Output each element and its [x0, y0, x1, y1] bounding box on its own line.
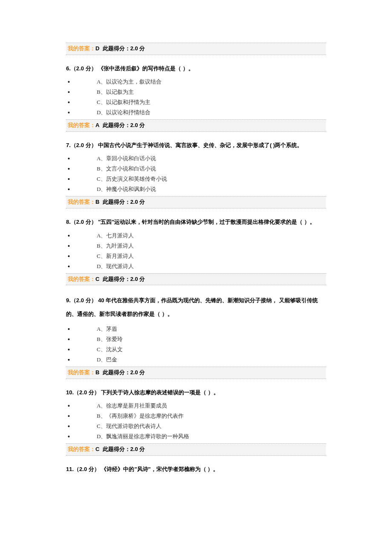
list-item: B、张爱玲: [66, 334, 326, 344]
list-item: D、现代派诗人: [66, 261, 326, 272]
answer-value: D: [95, 45, 99, 52]
score-label: 此题得分：2.0 分: [101, 122, 145, 128]
q-number: 11.: [66, 466, 74, 472]
option-text: B、文言小说和白话小说: [97, 165, 156, 173]
list-item: A、章回小说和白话小说: [66, 153, 326, 164]
question-9: 9.（2.0 分） 40 年代在雅俗共享方面，作品既为现代的、先锋的、新潮知识分…: [66, 294, 326, 320]
option-text: A、七月派诗人: [97, 232, 134, 240]
answer-row: 我的答案：B 此题得分：2.0 分: [66, 367, 326, 379]
list-item: A、以议论为主，叙议结合: [66, 77, 326, 87]
question-6: 6.（2.0 分） 《张中丞传后叙》的写作特点是（ ）。: [66, 64, 326, 73]
q-text: 《诗经》中的"风诗"，宋代学者郑樵称为（ ）。: [100, 466, 219, 472]
answer-row: 我的答案：C 此题得分：2.0 分: [66, 273, 326, 286]
option-text: A、章回小说和白话小说: [97, 155, 156, 162]
list-item: C、历史演义和英雄传奇小说: [66, 174, 326, 184]
options-list: A、七月派诗人 B、九叶派诗人 C、新月派诗人 D、现代派诗人: [66, 231, 326, 272]
options-list: A、章回小说和白话小说 B、文言小说和白话小说 C、历史演义和英雄传奇小说 D、…: [66, 153, 326, 194]
option-text: C、新月派诗人: [97, 252, 134, 260]
option-text: C、以记叙和抒情为主: [97, 98, 150, 106]
q-points: （2.0 分）: [74, 466, 100, 472]
answer-label: 我的答案：: [68, 276, 95, 282]
option-text: B、以记叙为主: [97, 88, 134, 96]
list-item: B、《再别康桥》是徐志摩的代表作: [66, 411, 326, 421]
list-item: B、文言小说和白话小说: [66, 164, 326, 174]
answer-row: 我的答案：D 此题得分：2.0 分: [66, 43, 326, 55]
list-item: A、七月派诗人: [66, 231, 326, 241]
answer-row: 我的答案：C 此题得分：2.0 分: [66, 443, 326, 456]
option-text: A、茅盾: [97, 325, 117, 333]
answer-label: 我的答案：: [68, 369, 95, 376]
list-item: C、新月派诗人: [66, 251, 326, 261]
answer-label: 我的答案：: [68, 446, 95, 452]
list-item: B、九叶派诗人: [66, 241, 326, 251]
answer-label: 我的答案：: [68, 122, 95, 128]
option-text: A、徐志摩是新月社重要成员: [97, 402, 167, 410]
q-text: "五四"运动以来，针对当时的自由体诗缺少节制，过于散漫而提出格律化要求的是（ ）…: [97, 219, 316, 225]
option-text: D、以议论和抒情结合: [97, 109, 150, 116]
list-item: D、巴金: [66, 355, 326, 365]
answer-label: 我的答案：: [68, 199, 95, 205]
answer-value: C: [95, 446, 99, 452]
score-label: 此题得分：2.0 分: [101, 276, 145, 282]
q-points: （2.0 分）: [71, 297, 97, 304]
question-7: 7.（2.0 分） 中国古代小说产生于神话传说、寓言故事、史传、杂记，发展中形成…: [66, 140, 326, 150]
option-text: C、现代派诗歌的代表诗人: [97, 422, 161, 430]
q-number: 8.: [66, 219, 71, 225]
q-text: 中国古代小说产生于神话传说、寓言故事、史传、杂记，发展中形成了( )两个系统。: [97, 142, 303, 148]
score-label: 此题得分：2.0 分: [101, 45, 145, 52]
list-item: C、以记叙和抒情为主: [66, 97, 326, 107]
q-points: （2.0 分）: [71, 65, 97, 72]
question-10: 10.（2.0 分） 下列关于诗人徐志摩的表述错误的一项是（ ）。: [66, 387, 326, 397]
answer-value: A: [95, 122, 99, 128]
q-text: 40 年代在雅俗共享方面，作品既为现代的、先锋的、新潮知识分子接纳， 又能够吸引…: [66, 297, 318, 317]
option-text: D、现代派诗人: [97, 263, 134, 270]
list-item: C、沈从文: [66, 344, 326, 355]
list-item: D、神魔小说和讽刺小说: [66, 184, 326, 194]
option-text: C、历史演义和英雄传奇小说: [97, 175, 167, 183]
answer-value: B: [95, 369, 99, 376]
score-label: 此题得分：2.0 分: [101, 199, 145, 205]
score-label: 此题得分：2.0 分: [101, 369, 145, 376]
q-number: 9.: [66, 297, 71, 304]
q-text: 《张中丞传后叙》的写作特点是（ ）。: [97, 65, 194, 72]
list-item: D、飘逸清丽是徐志摩诗歌的一种风格: [66, 431, 326, 442]
option-text: D、巴金: [97, 356, 117, 364]
list-item: A、茅盾: [66, 324, 326, 334]
answer-row: 我的答案：A 此题得分：2.0 分: [66, 119, 326, 132]
question-8: 8.（2.0 分） "五四"运动以来，针对当时的自由体诗缺少节制，过于散漫而提出…: [66, 217, 326, 227]
option-text: B、《再别康桥》是徐志摩的代表作: [97, 412, 184, 420]
list-item: C、现代派诗歌的代表诗人: [66, 421, 326, 431]
options-list: A、以议论为主，叙议结合 B、以记叙为主 C、以记叙和抒情为主 D、以议论和抒情…: [66, 77, 326, 118]
option-text: C、沈从文: [97, 346, 123, 353]
q-points: （2.0 分）: [74, 389, 100, 396]
q-number: 10.: [66, 389, 74, 396]
answer-value: C: [95, 276, 99, 282]
page-content: 我的答案：D 此题得分：2.0 分 6.（2.0 分） 《张中丞传后叙》的写作特…: [0, 0, 392, 503]
list-item: B、以记叙为主: [66, 87, 326, 97]
score-label: 此题得分：2.0 分: [101, 446, 145, 452]
list-item: D、以议论和抒情结合: [66, 107, 326, 118]
q-number: 6.: [66, 65, 71, 72]
answer-label: 我的答案：: [68, 45, 95, 52]
answer-row: 我的答案：B 此题得分：2.0 分: [66, 196, 326, 208]
q-number: 7.: [66, 142, 71, 148]
q-points: （2.0 分）: [71, 142, 97, 148]
option-text: D、飘逸清丽是徐志摩诗歌的一种风格: [97, 433, 189, 440]
option-text: B、九叶派诗人: [97, 242, 134, 250]
options-list: A、茅盾 B、张爱玲 C、沈从文 D、巴金: [66, 324, 326, 365]
question-11: 11.（2.0 分） 《诗经》中的"风诗"，宋代学者郑樵称为（ ）。: [66, 464, 326, 474]
option-text: B、张爱玲: [97, 335, 123, 343]
options-list: A、徐志摩是新月社重要成员 B、《再别康桥》是徐志摩的代表作 C、现代派诗歌的代…: [66, 401, 326, 442]
option-text: D、神魔小说和讽刺小说: [97, 185, 156, 193]
q-points: （2.0 分）: [71, 219, 97, 225]
list-item: A、徐志摩是新月社重要成员: [66, 401, 326, 411]
q-text: 下列关于诗人徐志摩的表述错误的一项是（ ）。: [100, 389, 219, 396]
option-text: A、以议论为主，叙议结合: [97, 78, 161, 86]
answer-value: B: [95, 199, 99, 205]
